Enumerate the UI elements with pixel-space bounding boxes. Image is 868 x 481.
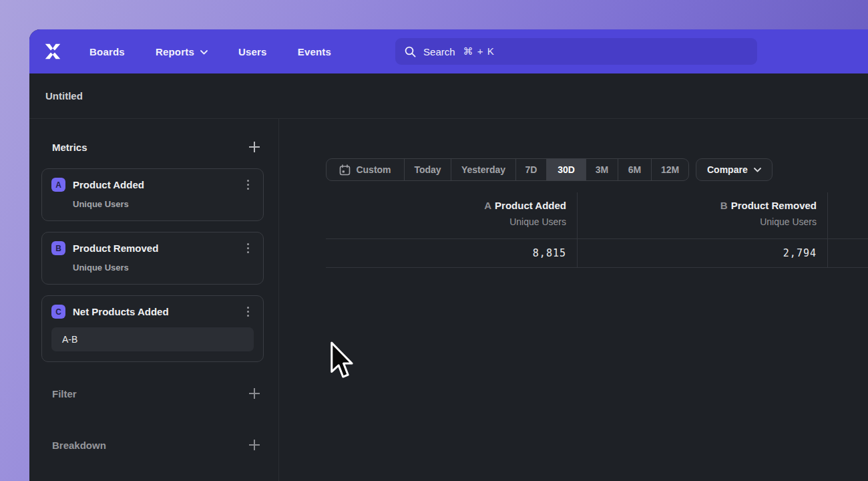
filter-heading: Filter: [52, 388, 77, 399]
add-metric-button[interactable]: [248, 140, 261, 154]
nav-item-boards[interactable]: Boards: [89, 46, 125, 57]
date-range-selector: Custom Today Yesterday 7D 30D 3M 6M 12M: [326, 158, 689, 181]
nav-item-users[interactable]: Users: [238, 46, 267, 57]
results-table: AProduct Added Unique Users BProduct Rem…: [326, 192, 868, 268]
metric-badge-a: A: [51, 178, 65, 192]
compare-button-label: Compare: [707, 164, 748, 175]
date-controls: Custom Today Yesterday 7D 30D 3M 6M 12M …: [326, 158, 773, 181]
date-range-custom[interactable]: Custom: [327, 159, 405, 180]
top-navbar: Boards Reports Users Events Search ⌘ + K: [29, 29, 868, 73]
nav-item-users-label: Users: [238, 46, 267, 57]
chevron-down-icon: [754, 168, 761, 172]
date-range-label: Today: [414, 164, 441, 175]
date-range-30d-selected[interactable]: 30D: [547, 159, 586, 180]
date-range-today[interactable]: Today: [405, 159, 451, 180]
mixpanel-logo-icon[interactable]: [43, 41, 63, 61]
table-value-row: 8,815 2,794: [326, 238, 868, 268]
filter-section: Filter: [52, 387, 261, 400]
kebab-menu-icon[interactable]: [242, 305, 254, 319]
column-title: Product Added: [495, 200, 566, 211]
date-range-yesterday[interactable]: Yesterday: [451, 159, 516, 180]
date-range-label: 30D: [558, 164, 575, 175]
metric-label: Product Added: [73, 179, 242, 190]
report-title[interactable]: Untitled: [45, 90, 83, 102]
column-header-product-added[interactable]: AProduct Added Unique Users: [326, 192, 578, 238]
date-range-label: Yesterday: [461, 164, 505, 175]
date-range-label: 6M: [628, 164, 641, 175]
date-range-label: 12M: [661, 164, 679, 175]
table-cell-empty: [828, 239, 868, 267]
column-subtitle: Unique Users: [578, 216, 817, 227]
table-header-row: AProduct Added Unique Users BProduct Rem…: [326, 192, 868, 238]
date-range-3m[interactable]: 3M: [586, 159, 618, 180]
calendar-icon: [339, 164, 351, 176]
metrics-header: Metrics: [52, 140, 261, 154]
date-range-label: Custom: [356, 164, 391, 175]
column-subtitle: Unique Users: [326, 216, 566, 227]
nav-item-reports-label: Reports: [156, 46, 194, 57]
breakdown-heading: Breakdown: [52, 440, 106, 451]
search-placeholder: Search: [423, 46, 455, 57]
report-titlebar: Untitled: [29, 73, 868, 119]
app-window: Boards Reports Users Events Search ⌘ + K…: [29, 29, 868, 481]
compare-button[interactable]: Compare: [696, 158, 773, 181]
search-input[interactable]: Search ⌘ + K: [395, 38, 757, 65]
search-icon: [405, 46, 416, 57]
kebab-menu-icon[interactable]: [242, 178, 254, 192]
nav-links: Boards Reports Users Events: [89, 46, 331, 57]
kebab-menu-icon[interactable]: [242, 242, 254, 255]
metric-measurement[interactable]: Unique Users: [73, 263, 254, 273]
metric-measurement[interactable]: Unique Users: [73, 199, 254, 209]
metric-card-c[interactable]: C Net Products Added A-B: [41, 295, 264, 362]
metric-badge-b: B: [51, 241, 65, 255]
search-shortcut: ⌘ + K: [463, 45, 495, 57]
date-range-12m[interactable]: 12M: [652, 159, 688, 180]
metric-badge-c: C: [51, 305, 65, 319]
breakdown-section: Breakdown: [52, 438, 261, 452]
date-range-7d[interactable]: 7D: [516, 159, 547, 180]
series-letter: B: [720, 200, 728, 211]
table-cell-product-removed[interactable]: 2,794: [578, 239, 828, 267]
metric-label: Product Removed: [73, 243, 242, 254]
date-range-6m[interactable]: 6M: [618, 159, 652, 180]
date-range-label: 3M: [596, 164, 608, 175]
metric-label: Net Products Added: [73, 306, 242, 317]
nav-item-boards-label: Boards: [89, 46, 125, 57]
add-filter-button[interactable]: [248, 387, 261, 400]
table-cell-product-added[interactable]: 8,815: [326, 239, 578, 267]
column-title: Product Removed: [731, 200, 817, 211]
column-header-empty: [828, 192, 868, 238]
add-breakdown-button[interactable]: [248, 438, 261, 452]
date-range-label: 7D: [525, 164, 537, 175]
metrics-heading: Metrics: [52, 142, 87, 153]
results-panel: Custom Today Yesterday 7D 30D 3M 6M 12M …: [279, 119, 868, 481]
nav-item-events[interactable]: Events: [298, 46, 331, 57]
query-builder-sidebar: Metrics A Product Added Unique Users B P…: [29, 119, 279, 481]
formula-input[interactable]: A-B: [51, 327, 254, 351]
metric-card-a[interactable]: A Product Added Unique Users: [41, 168, 264, 221]
column-header-product-removed[interactable]: BProduct Removed Unique Users: [578, 192, 828, 238]
metric-card-b[interactable]: B Product Removed Unique Users: [41, 232, 264, 285]
nav-item-events-label: Events: [298, 46, 331, 57]
series-letter: A: [484, 200, 491, 211]
chevron-down-icon: [200, 50, 208, 55]
nav-item-reports[interactable]: Reports: [156, 46, 208, 57]
